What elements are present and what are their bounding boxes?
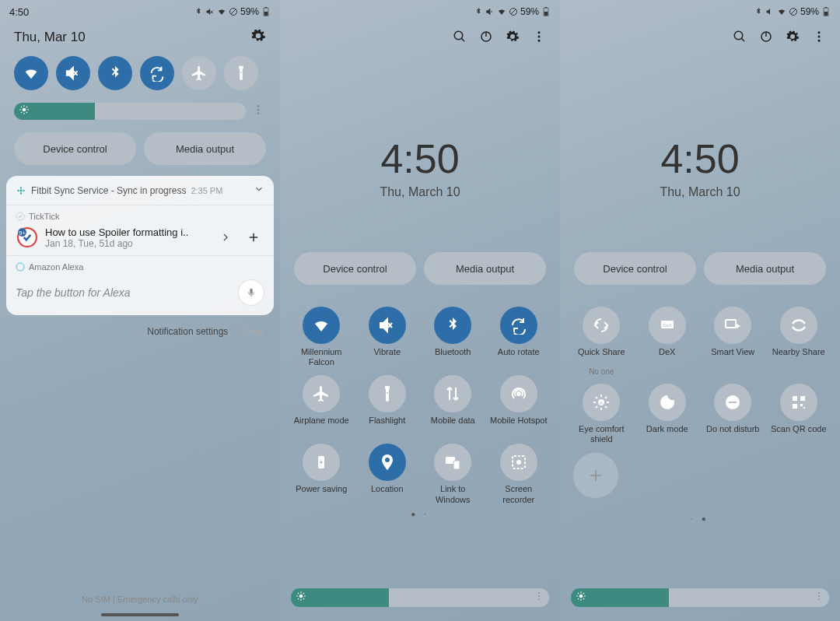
pager-dots[interactable]: · ●	[560, 514, 840, 523]
ticktick-add-button[interactable]	[243, 226, 264, 248]
qs-tile-powersaving[interactable]: Power saving	[291, 444, 352, 504]
qs-tile-location[interactable]: Location	[357, 444, 418, 504]
brightness-slider-row	[571, 588, 829, 607]
brightness-menu-button[interactable]	[250, 104, 266, 119]
qs-tile-label: Quick Share	[578, 347, 625, 367]
flashlight-icon	[369, 375, 406, 412]
bluetooth-icon	[107, 65, 124, 82]
svg-rect-3	[265, 7, 267, 8]
clear-button[interactable]: Clear	[242, 326, 264, 337]
alexa-prompt[interactable]: Tap the button for Alexa	[16, 286, 233, 299]
panel-date: Thu, Mar 10	[14, 30, 86, 45]
airplane-toggle[interactable]	[182, 56, 216, 90]
location-icon	[369, 444, 406, 481]
rotate-toggle[interactable]	[140, 56, 174, 90]
expand-button[interactable]	[254, 184, 264, 197]
qs-tile-quickshare[interactable]: Quick ShareNo one	[571, 307, 632, 376]
qs-tile-smartview[interactable]: Smart View	[702, 307, 764, 376]
fitbit-time: 2:35 PM	[191, 186, 222, 195]
media-output-button[interactable]: Media output	[424, 252, 546, 285]
bluetooth-icon	[754, 7, 763, 16]
chevron-right-icon	[219, 231, 232, 244]
flashlight-toggle[interactable]	[224, 56, 258, 90]
bluetooth-toggle[interactable]	[98, 56, 132, 90]
qs-tile-label: Dark mode	[646, 424, 688, 444]
more-vert-icon	[252, 104, 264, 116]
settings-button[interactable]	[786, 30, 800, 47]
qs-tile-nearbyshare[interactable]: Nearby Share	[768, 307, 830, 376]
qs-tile-dnd[interactable]: Do not disturb	[702, 384, 764, 444]
ticktick-sub: Jan 18, Tue, 51d ago	[45, 238, 208, 249]
qs-tile-vibrate[interactable]: Vibrate	[357, 307, 418, 367]
qs-tile-dex[interactable]: DeXDeX	[637, 307, 698, 376]
ticktick-notification[interactable]: TickTick 9+ How to use Spoiler formattin…	[6, 205, 274, 256]
power-icon	[759, 30, 773, 44]
wifi-toggle[interactable]	[14, 56, 48, 90]
device-control-button[interactable]: Device control	[14, 132, 136, 165]
search-button[interactable]	[733, 30, 747, 47]
settings-button[interactable]	[506, 30, 520, 47]
dex-icon: DeX	[649, 307, 686, 344]
notification-settings-link[interactable]: Notification settings	[147, 326, 228, 337]
qs-tile-grid-page1: Millennium FalconVibrateBluetoothAuto ro…	[280, 291, 560, 505]
brightness-menu-button[interactable]	[534, 591, 544, 605]
qs-tile-hotspot[interactable]: Mobile Hotspot	[488, 375, 550, 436]
more-vert-icon	[814, 591, 824, 602]
qs-tile-darkmode[interactable]: Dark mode	[637, 384, 698, 444]
brightness-slider[interactable]	[571, 588, 829, 607]
ticktick-open-button[interactable]	[215, 226, 236, 248]
qs-tile-eyecomfort[interactable]: AEye comfort shield	[571, 384, 632, 444]
svg-rect-31	[453, 461, 460, 469]
status-icons: 59%	[474, 6, 551, 17]
search-button[interactable]	[453, 30, 467, 47]
pager-dots[interactable]: ● ·	[280, 510, 560, 518]
sun-icon	[19, 104, 30, 118]
clock-widget: 4:50 Thu, March 10	[560, 135, 840, 199]
more-button[interactable]	[532, 30, 546, 47]
settings-button[interactable]	[250, 28, 266, 47]
svg-text:DeX: DeX	[663, 323, 672, 328]
svg-point-59	[579, 595, 583, 598]
qs-tile-label: Screen recorder	[488, 484, 550, 504]
more-button[interactable]	[812, 30, 826, 47]
svg-rect-58	[803, 407, 805, 409]
wifi-icon	[497, 7, 506, 16]
sound-toggle[interactable]	[56, 56, 90, 90]
airplane-icon	[191, 65, 208, 82]
qs-tile-screenrec[interactable]: Screen recorder	[488, 444, 550, 504]
fitbit-notification[interactable]: Fitbit Sync Service - Sync in progress 2…	[6, 176, 274, 205]
svg-point-35	[538, 592, 540, 594]
qs-tile-mobiledata[interactable]: Mobile data	[422, 375, 484, 436]
status-bar: 59%	[560, 0, 840, 23]
power-button[interactable]	[759, 30, 773, 47]
qs-tile-label: Millennium Falcon	[291, 347, 352, 367]
alexa-app-label: Amazon Alexa	[29, 262, 83, 272]
add-tile-button[interactable]	[572, 452, 619, 499]
qs-tile-linkwindows[interactable]: Link to Windows	[422, 444, 484, 504]
qs-tile-scanqr[interactable]: Scan QR code	[768, 384, 830, 444]
svg-point-5	[257, 105, 260, 107]
alexa-mic-button[interactable]	[238, 279, 264, 306]
svg-rect-22	[545, 7, 547, 8]
qs-tile-wifi[interactable]: Millennium Falcon	[291, 307, 352, 367]
svg-point-61	[818, 595, 820, 597]
brightness-slider[interactable]	[291, 588, 549, 607]
device-control-button[interactable]: Device control	[574, 252, 696, 285]
brightness-menu-button[interactable]	[814, 591, 824, 605]
nav-pill[interactable]	[101, 613, 179, 616]
qs-tile-autorotate[interactable]: Auto rotate	[488, 307, 550, 367]
media-output-button[interactable]: Media output	[704, 252, 826, 285]
power-button[interactable]	[479, 30, 493, 47]
device-control-button[interactable]: Device control	[294, 252, 416, 285]
qs-tile-airplane[interactable]: Airplane mode	[291, 375, 352, 436]
svg-point-9	[20, 189, 23, 191]
wifi-icon	[303, 307, 340, 344]
qs-tile-bluetooth[interactable]: Bluetooth	[422, 307, 484, 367]
brightness-slider[interactable]	[14, 103, 246, 120]
svg-rect-18	[250, 289, 253, 294]
ticktick-app-label: TickTick	[29, 212, 60, 221]
media-output-button[interactable]: Media output	[144, 132, 266, 165]
qs-tile-label: Airplane mode	[294, 416, 349, 436]
svg-point-37	[538, 598, 540, 600]
qs-tile-flashlight[interactable]: Flashlight	[357, 375, 418, 436]
